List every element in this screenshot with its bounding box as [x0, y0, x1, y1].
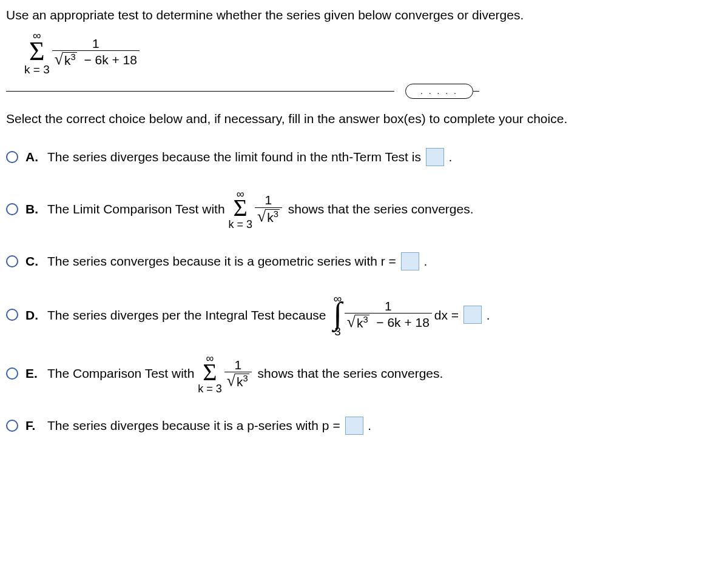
- divider-line-left: [6, 91, 394, 92]
- radio-d[interactable]: [6, 309, 18, 321]
- choice-c-text: The series converges because it is a geo…: [47, 252, 396, 270]
- choice-b-text1: The Limit Comparison Test with: [47, 200, 225, 218]
- fraction-numerator: 1: [90, 36, 102, 50]
- sigma-lower: k = 3: [198, 383, 222, 394]
- fraction-denominator: √ k3: [255, 207, 282, 225]
- radical-sign: √: [227, 374, 235, 387]
- choice-f-text: The series diverges because it is a p-se…: [47, 417, 340, 434]
- radicand: k3: [63, 52, 77, 68]
- choice-letter: E.: [25, 364, 40, 382]
- answer-box-f[interactable]: [345, 417, 363, 435]
- choice-letter: D.: [25, 306, 40, 324]
- answer-box-c[interactable]: [401, 252, 419, 270]
- fraction-denominator: √ k3 − 6k + 18: [345, 313, 432, 330]
- fraction-denominator: √ k3 − 6k + 18: [52, 50, 140, 68]
- choice-letter: C.: [25, 252, 40, 270]
- fraction-denominator: √ k3: [224, 372, 252, 389]
- sigma-symbol: Σ: [234, 198, 248, 218]
- denominator-rest: − 6k + 18: [81, 53, 137, 67]
- choice-letter: F.: [25, 417, 40, 434]
- fraction-numerator: 1: [232, 358, 244, 372]
- radical-sign: √: [257, 209, 266, 223]
- period: .: [487, 306, 490, 324]
- answer-box-a[interactable]: [426, 148, 444, 166]
- sigma-symbol: Σ: [29, 41, 45, 62]
- radicand: k3: [266, 209, 280, 225]
- series-expression: ∞ Σ k = 3 1 √ k3 − 6k + 18: [24, 26, 142, 75]
- divider-bubble: . . . . .: [405, 84, 473, 99]
- instruction: Select the correct choice below and, if …: [6, 110, 722, 127]
- divider-line-right: [473, 91, 479, 92]
- period: .: [449, 148, 453, 166]
- choice-c[interactable]: C. The series converges because it is a …: [6, 246, 722, 277]
- choice-a-text: The series diverges because the limit fo…: [47, 148, 421, 166]
- choice-e-text1: The Comparison Test with: [47, 364, 194, 382]
- choice-f[interactable]: F. The series diverges because it is a p…: [6, 410, 722, 441]
- sigma-symbol: Σ: [203, 363, 217, 382]
- choice-e[interactable]: E. The Comparison Test with ∞ Σ k = 3 1 …: [6, 353, 722, 394]
- integral-lower: 3: [334, 326, 341, 337]
- sigma-lower: k = 3: [228, 219, 252, 230]
- fraction-numerator: 1: [382, 299, 394, 313]
- integral-symbol: ∫: [333, 303, 342, 324]
- choice-d-text1: The series diverges per the Integral Tes…: [47, 306, 326, 324]
- divider: . . . . .: [6, 84, 722, 99]
- choice-a[interactable]: A. The series diverges because the limit…: [6, 141, 722, 173]
- radio-f[interactable]: [6, 420, 18, 432]
- problem-statement: Use an appropriate test to determine whe…: [6, 6, 722, 24]
- choice-d[interactable]: D. The series diverges per the Integral …: [6, 293, 722, 337]
- radio-b[interactable]: [6, 203, 18, 215]
- choice-b[interactable]: B. The Limit Comparison Test with ∞ Σ k …: [6, 189, 722, 230]
- radicand: k3: [235, 374, 249, 389]
- radical-sign: √: [55, 52, 63, 66]
- answer-box-d[interactable]: [463, 306, 482, 324]
- choice-b-text2: shows that the series converges.: [288, 200, 474, 218]
- period: .: [368, 417, 371, 434]
- radio-c[interactable]: [6, 255, 18, 267]
- fraction-numerator: 1: [263, 193, 275, 207]
- radio-e[interactable]: [6, 367, 18, 380]
- choice-letter: B.: [25, 200, 40, 218]
- radicand: k3: [356, 315, 369, 330]
- radical-sign: √: [347, 315, 356, 329]
- choice-e-text2: shows that the series converges.: [258, 364, 443, 382]
- sigma-lower: k = 3: [24, 64, 50, 75]
- period: .: [424, 252, 428, 270]
- dx-label: dx =: [434, 306, 459, 324]
- radio-a[interactable]: [6, 151, 18, 163]
- choice-letter: A.: [25, 148, 40, 166]
